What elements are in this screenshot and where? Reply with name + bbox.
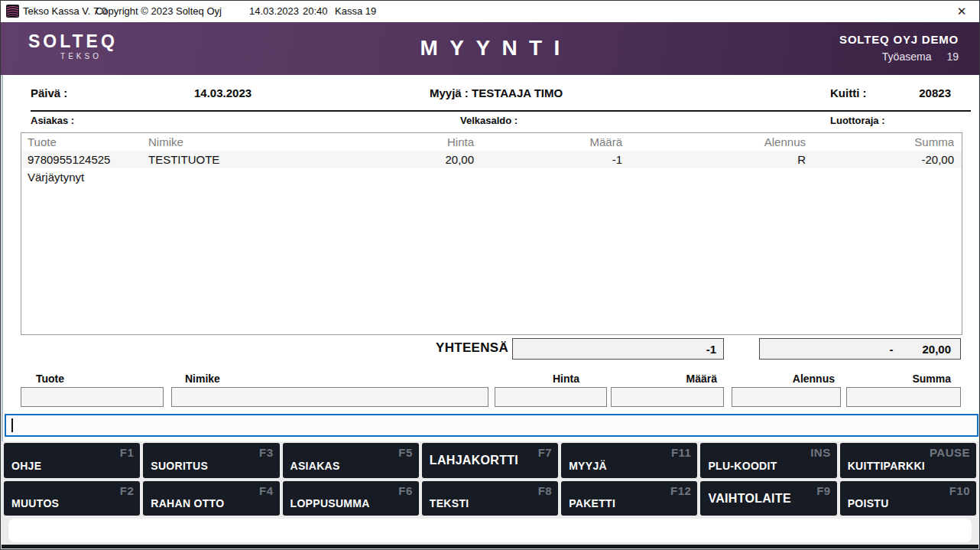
footer-strip [8,519,972,542]
entry-label-hinta: Hinta [553,373,579,385]
poistu-button[interactable]: POISTU F10 [840,481,976,516]
myyja-button[interactable]: MYYJÄ F11 [561,443,697,478]
plu-koodit-button[interactable]: PLU-KOODIT INS [700,443,836,478]
col-header-summa: Summa [826,135,962,148]
text-caret [11,418,13,432]
key-code-f11: F11 [671,446,692,459]
customer-label: Asiakas : [31,115,74,126]
nimike-field[interactable] [171,387,488,407]
key-code-f2: F2 [120,484,135,497]
col-header-hinta: Hinta [372,135,494,148]
titlebar-date: 14.03.2023 [249,5,299,17]
cell-alennus: R [642,153,826,166]
loppusumma-button[interactable]: LOPPUSUMMA F6 [283,481,419,516]
total-sum-sign: - [889,343,893,356]
seller-label: Myyjä : TESTAAJA TIMO [430,86,563,99]
receipt-number: 20823 [919,86,951,99]
divider-line [31,110,971,112]
page-title: MYYNTI [1,36,979,60]
header-right: SOLTEQ OYJ DEMO Työasema 19 [839,33,959,63]
date-label: Päivä : [31,86,67,99]
close-icon[interactable]: ✕ [950,1,973,22]
key-code-ins: INS [810,446,831,459]
key-code-f9: F9 [816,484,831,497]
content-area: Päivä : 14.03.2023 Myyjä : TESTAAJA TIMO… [2,75,978,441]
debt-balance-label: Velkasaldo : [460,115,518,126]
kuittiparkki-button[interactable]: KUITTIPARKKI PAUSE [840,443,976,478]
receipt-label: Kuitti : [830,86,866,99]
cell-summa: -20,00 [826,153,962,166]
workstation-info: Työasema 19 [839,50,959,63]
alennus-field[interactable] [732,387,841,407]
table-row[interactable]: 9780955124525 TESTITUOTE 20,00 -1 R -20,… [21,151,962,168]
key-code-f7: F7 [538,446,553,459]
cell-hinta: 20,00 [372,153,494,166]
titlebar-time: 20:40 [303,5,328,17]
app-header: SOLTEQ TEKSO MYYNTI SOLTEQ OYJ DEMO Työa… [1,22,979,75]
table-header-row: Tuote Nimike Hinta Määrä Alennus Summa [21,133,962,151]
tuote-field[interactable] [21,387,164,407]
cell-nimike: TESTITUOTE [142,153,372,166]
vaihtolaite-button[interactable]: VAIHTOLAITE F9 [700,481,836,516]
ohje-button[interactable]: OHJE F1 [4,443,140,478]
title-bar: Tekso Kassa V. 7.0 Copyright © 2023 Solt… [1,1,979,22]
paketti-button[interactable]: PAKETTI F12 [561,481,697,516]
entry-label-nimike: Nimike [185,373,220,385]
workstation-value: 19 [946,50,959,63]
total-label: YHTEENSÄ [414,340,508,356]
rahan-otto-button[interactable]: RAHAN OTTO F4 [143,481,279,516]
col-header-alennus: Alennus [642,135,826,148]
cell-maara: -1 [494,153,642,166]
left-edge-accent [2,75,3,441]
sale-lines-table: Tuote Nimike Hinta Määrä Alennus Summa 9… [21,132,962,335]
scan-input-wrapper [5,414,978,437]
key-code-f1: F1 [120,446,135,459]
entry-label-tuote: Tuote [36,373,64,385]
key-code-pause: PAUSE [930,446,970,459]
entry-label-alennus: Alennus [793,373,835,385]
titlebar-register: Kassa 19 [335,5,376,17]
app-window: Tekso Kassa V. 7.0 Copyright © 2023 Solt… [0,0,980,550]
key-code-f10: F10 [949,484,970,497]
key-code-f8: F8 [538,484,553,497]
key-code-f12: F12 [670,484,691,497]
solteq-app-icon [6,5,19,18]
total-sum-value: 20,00 [922,343,951,356]
col-header-maara: Määrä [494,135,642,148]
scan-input[interactable] [6,415,977,435]
company-name: SOLTEQ OYJ DEMO [839,33,959,46]
row-note: Värjäytynyt [21,168,962,186]
suoritus-button[interactable]: SUORITUS F3 [143,443,279,478]
summa-field[interactable] [846,387,961,407]
muutos-button[interactable]: MUUTOS F2 [4,481,140,516]
key-code-f3: F3 [259,446,274,459]
teksti-button[interactable]: TEKSTI F8 [422,481,558,516]
date-value: 14.03.2023 [194,86,251,99]
credit-limit-label: Luottoraja : [830,115,885,126]
col-header-nimike: Nimike [142,135,372,148]
key-code-f6: F6 [398,484,413,497]
copyright-text: Copyright © 2023 Solteq Oyj [96,5,222,17]
entry-label-maara: Määrä [686,373,717,385]
total-quantity-value: -1 [706,343,716,356]
cell-tuote: 9780955124525 [21,153,142,166]
entry-label-summa: Summa [912,373,951,385]
total-sum-box: - 20,00 [759,338,961,360]
total-quantity-box: -1 [512,338,724,360]
key-code-f5: F5 [398,446,413,459]
maara-field[interactable] [611,387,724,407]
function-key-area: OHJE F1 SUORITUS F3 ASIAKAS F5 LAHJAKORT… [2,441,978,548]
window-title: Tekso Kassa V. 7.0 [23,5,107,17]
function-keys: OHJE F1 SUORITUS F3 ASIAKAS F5 LAHJAKORT… [4,443,976,516]
lahjakortti-button[interactable]: LAHJAKORTTI F7 [422,443,558,478]
hinta-field[interactable] [495,387,607,407]
key-code-f4: F4 [259,484,274,497]
workstation-label: Työasema [882,50,932,63]
bottom-window-edge [2,545,978,548]
asiakas-button[interactable]: ASIAKAS F5 [283,443,419,478]
col-header-tuote: Tuote [21,135,142,148]
